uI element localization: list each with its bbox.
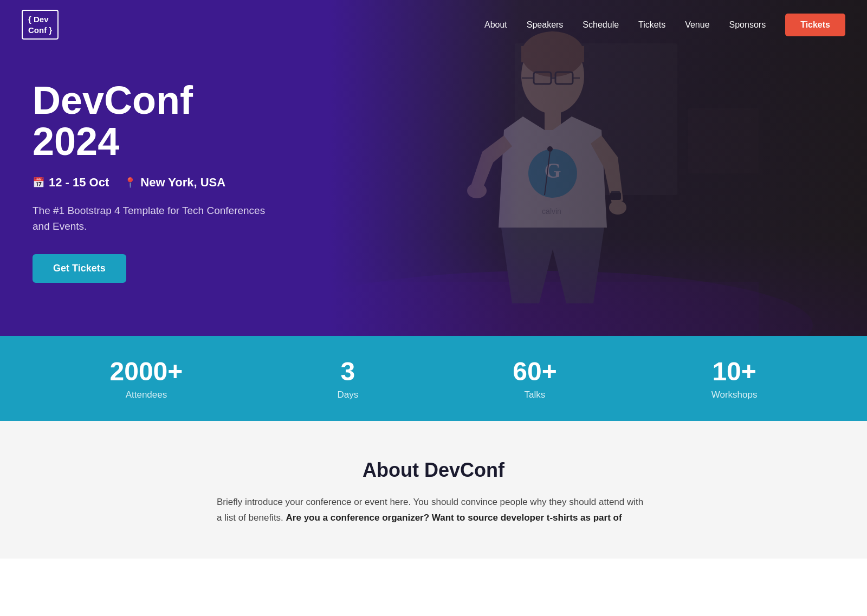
stat-attendees-label: Attendees	[126, 390, 167, 400]
nav-item-speakers[interactable]: Speakers	[527, 20, 564, 29]
nav-tickets-button[interactable]: Tickets	[785, 14, 845, 36]
about-section: About DevConf Briefly introduce your con…	[0, 421, 867, 559]
nav-item-schedule[interactable]: Schedule	[583, 20, 619, 29]
hero-content: DevConf 2024 📅 12 - 15 Oct 📍 New York, U…	[0, 80, 303, 282]
about-text-bold: Are you a conference organizer? Want to …	[286, 513, 622, 523]
stat-days: 3 Days	[337, 356, 358, 400]
location-icon: 📍	[124, 177, 136, 189]
get-tickets-button[interactable]: Get Tickets	[33, 254, 126, 283]
about-text: Briefly introduce your conference or eve…	[217, 495, 650, 526]
hero-title: DevConf 2024	[33, 80, 271, 162]
logo[interactable]: { Dev Conf }	[22, 10, 59, 40]
stat-workshops-label: Workshops	[711, 390, 758, 400]
stat-attendees: 2000+ Attendees	[110, 356, 183, 400]
stat-days-number: 3	[337, 356, 358, 386]
hero-date-text: 12 - 15 Oct	[49, 176, 109, 190]
hero-location-text: New York, USA	[140, 176, 225, 190]
stat-days-label: Days	[337, 390, 358, 400]
stat-workshops-number: 10+	[711, 356, 758, 386]
stat-attendees-number: 2000+	[110, 356, 183, 386]
nav-item-sponsors[interactable]: Sponsors	[729, 20, 766, 29]
hero-location: 📍 New York, USA	[124, 176, 225, 190]
hero-meta: 📅 12 - 15 Oct 📍 New York, USA	[33, 176, 271, 190]
nav-item-about[interactable]: About	[484, 20, 507, 29]
hero-section: G calvin	[0, 0, 867, 336]
hero-description: The #1 Bootstrap 4 Template for Tech Con…	[33, 203, 271, 235]
hero-date: 📅 12 - 15 Oct	[33, 176, 109, 190]
stat-workshops: 10+ Workshops	[711, 356, 758, 400]
nav-item-tickets[interactable]: Tickets	[638, 20, 665, 29]
calendar-icon: 📅	[33, 177, 44, 189]
stat-talks: 60+ Talks	[513, 356, 557, 400]
nav-links: About Speakers Schedule Tickets Venue Sp…	[484, 14, 845, 36]
stat-talks-label: Talks	[525, 390, 546, 400]
stats-bar: 2000+ Attendees 3 Days 60+ Talks 10+ Wor…	[0, 336, 867, 421]
about-title: About DevConf	[108, 459, 759, 482]
nav-item-venue[interactable]: Venue	[685, 20, 709, 29]
navbar: { Dev Conf } About Speakers Schedule Tic…	[0, 0, 867, 49]
stat-talks-number: 60+	[513, 356, 557, 386]
